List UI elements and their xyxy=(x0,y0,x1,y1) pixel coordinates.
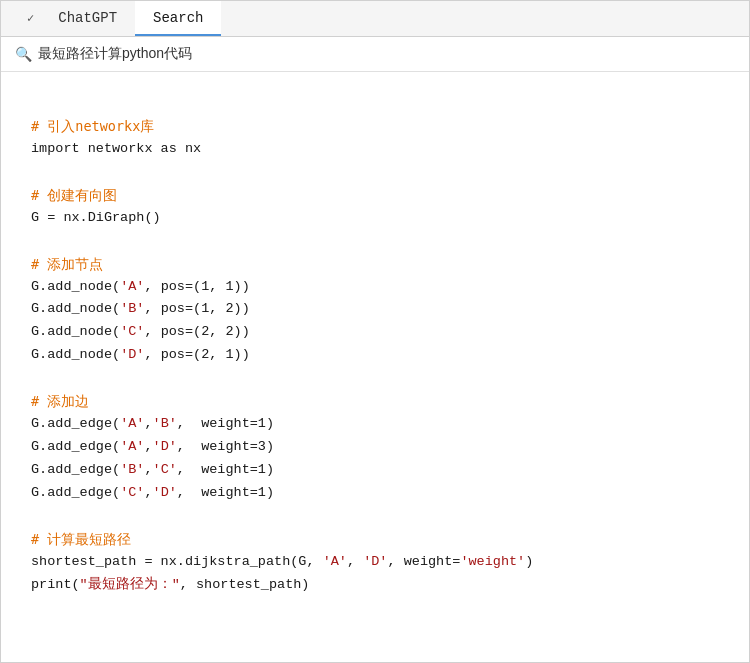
search-icon: 🔍 xyxy=(15,46,32,63)
code-line: # 添加节点 xyxy=(31,253,719,276)
code-string: 'A' xyxy=(120,436,144,459)
code-string: 'B' xyxy=(120,459,144,482)
code-plain: ) xyxy=(525,551,533,574)
code-line: # 引入networkx库 xyxy=(31,115,719,138)
code-line: G.add_edge('A','D', weight=3) xyxy=(31,436,719,459)
code-plain: , pos=(2, 1)) xyxy=(144,344,249,367)
search-bar: 🔍 最短路径计算python代码 xyxy=(1,37,749,72)
code-plain: G.add_edge( xyxy=(31,459,120,482)
code-line: G.add_node('C', pos=(2, 2)) xyxy=(31,321,719,344)
code-string: 'D' xyxy=(120,344,144,367)
code-string: 'A' xyxy=(120,413,144,436)
code-line: G.add_node('D', pos=(2, 1)) xyxy=(31,344,719,367)
code-string: 'B' xyxy=(153,413,177,436)
code-plain: G.add_node( xyxy=(31,298,120,321)
code-plain: , weight=1) xyxy=(177,459,274,482)
code-line xyxy=(31,367,719,390)
code-line xyxy=(31,92,719,115)
code-plain: , xyxy=(144,459,152,482)
code-plain: G = nx.DiGraph() xyxy=(31,207,161,230)
code-plain: , pos=(2, 2)) xyxy=(144,321,249,344)
code-line xyxy=(31,505,719,528)
code-line: # 添加边 xyxy=(31,390,719,413)
code-plain: print( xyxy=(31,574,80,597)
code-line: G.add_edge('C','D', weight=1) xyxy=(31,482,719,505)
code-comment: # 引入networkx库 xyxy=(31,115,154,138)
code-line xyxy=(31,597,719,620)
tab-chatgpt[interactable]: ChatGPT xyxy=(40,1,135,36)
code-line: import networkx as nx xyxy=(31,138,719,161)
code-string: 'B' xyxy=(120,298,144,321)
code-string: 'D' xyxy=(153,436,177,459)
tab-search-label: Search xyxy=(153,10,203,26)
code-plain: , pos=(1, 1)) xyxy=(144,276,249,299)
code-line: G.add_edge('B','C', weight=1) xyxy=(31,459,719,482)
code-plain: G.add_edge( xyxy=(31,413,120,436)
code-plain: G.add_node( xyxy=(31,276,120,299)
code-line xyxy=(31,230,719,253)
code-plain: G.add_node( xyxy=(31,321,120,344)
app-window: ✓ ChatGPT Search 🔍 最短路径计算python代码 # 引入ne… xyxy=(0,0,750,663)
code-plain: , weight=1) xyxy=(177,413,274,436)
code-line: G.add_node('B', pos=(1, 2)) xyxy=(31,298,719,321)
code-plain: G.add_edge( xyxy=(31,482,120,505)
code-comment: # 添加节点 xyxy=(31,253,103,276)
tab-chatgpt-label: ChatGPT xyxy=(58,10,117,26)
code-line: print("最短路径为：", shortest_path) xyxy=(31,574,719,597)
code-line xyxy=(31,161,719,184)
tab-bar: ✓ ChatGPT Search xyxy=(1,1,749,37)
code-comment: # 创建有向图 xyxy=(31,184,117,207)
code-string: 'A' xyxy=(323,551,347,574)
code-string: 'D' xyxy=(363,551,387,574)
code-plain: , weight=1) xyxy=(177,482,274,505)
code-plain: import networkx as nx xyxy=(31,138,201,161)
code-plain: , weight=3) xyxy=(177,436,274,459)
code-plain: , xyxy=(144,413,152,436)
code-plain: , shortest_path) xyxy=(180,574,310,597)
code-string: "最短路径为：" xyxy=(80,574,180,597)
code-string: 'C' xyxy=(153,459,177,482)
code-line: # 计算最短路径 xyxy=(31,528,719,551)
tab-arrow-left[interactable]: ✓ xyxy=(21,1,40,36)
search-query: 最短路径计算python代码 xyxy=(38,45,192,63)
code-comment: # 添加边 xyxy=(31,390,89,413)
code-plain: , pos=(1, 2)) xyxy=(144,298,249,321)
code-plain: , xyxy=(347,551,363,574)
code-area: # 引入networkx库 import networkx as nx # 创建… xyxy=(1,72,749,662)
code-string: 'C' xyxy=(120,321,144,344)
code-line: G.add_node('A', pos=(1, 1)) xyxy=(31,276,719,299)
code-string: 'C' xyxy=(120,482,144,505)
code-string: 'A' xyxy=(120,276,144,299)
code-line: # 创建有向图 xyxy=(31,184,719,207)
code-line: G = nx.DiGraph() xyxy=(31,207,719,230)
tab-search[interactable]: Search xyxy=(135,1,221,36)
code-plain: G.add_edge( xyxy=(31,436,120,459)
code-string: 'weight' xyxy=(460,551,525,574)
code-comment: # 计算最短路径 xyxy=(31,528,131,551)
code-plain: shortest_path = nx.dijkstra_path(G, xyxy=(31,551,323,574)
code-plain: , xyxy=(144,482,152,505)
code-line: G.add_edge('A','B', weight=1) xyxy=(31,413,719,436)
code-plain: , xyxy=(144,436,152,459)
code-plain: G.add_node( xyxy=(31,344,120,367)
code-line: shortest_path = nx.dijkstra_path(G, 'A',… xyxy=(31,551,719,574)
code-string: 'D' xyxy=(153,482,177,505)
code-plain: , weight= xyxy=(387,551,460,574)
